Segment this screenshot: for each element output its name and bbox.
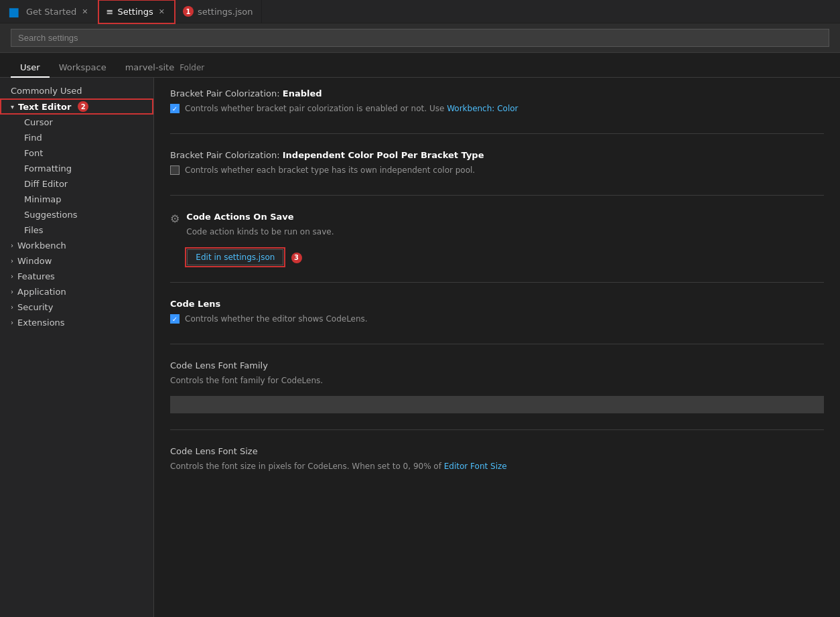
- setting-title: Code Lens Font Size: [170, 446, 824, 456]
- setting-description: Controls the font size in pixels for Cod…: [170, 460, 824, 472]
- setting-bracket-pair-enabled: Bracket Pair Colorization: Enabled Contr…: [170, 88, 824, 134]
- setting-code-actions-on-save: ⚙ Code Actions On Save Code action kinds…: [170, 212, 824, 283]
- sidebar-item-files[interactable]: Files: [0, 222, 153, 238]
- chevron-right-icon: ›: [11, 319, 13, 326]
- code-actions-badge: 3: [291, 253, 302, 263]
- chevron-down-icon: ▾: [11, 103, 14, 111]
- setting-code-lens-font-family: Code Lens Font Family Controls the font …: [170, 360, 824, 430]
- sidebar: Commonly Used ▾ Text Editor 2 Cursor Fin…: [0, 78, 154, 617]
- vscode-icon: ■: [8, 5, 19, 19]
- setting-title: Code Actions On Save: [186, 212, 824, 222]
- setting-title: Code Lens Font Family: [170, 360, 824, 370]
- close-icon[interactable]: ✕: [157, 6, 166, 17]
- tab-badge: 1: [183, 6, 194, 17]
- setting-title: Bracket Pair Colorization: Independent C…: [170, 150, 824, 160]
- checkbox-bracket-independent[interactable]: [170, 165, 180, 175]
- edit-in-settings-json-button[interactable]: Edit in settings.json: [187, 249, 283, 265]
- tab-label: Settings: [117, 7, 153, 17]
- setting-code-lens: Code Lens Controls whether the editor sh…: [170, 299, 824, 344]
- sidebar-item-font[interactable]: Font: [0, 145, 153, 161]
- chevron-right-icon: ›: [11, 273, 13, 280]
- settings-content: Bracket Pair Colorization: Enabled Contr…: [154, 78, 840, 617]
- sidebar-item-application[interactable]: › Application: [0, 284, 153, 299]
- close-icon[interactable]: ✕: [80, 6, 89, 17]
- tab-label: settings.json: [198, 7, 253, 17]
- tab-user[interactable]: User: [11, 58, 50, 78]
- sidebar-item-features[interactable]: › Features: [0, 269, 153, 284]
- tab-bar: ■ Get Started ✕ ≡ Settings ✕ 1 settings.…: [0, 0, 840, 23]
- code-lens-font-family-input[interactable]: [170, 396, 824, 413]
- setting-title: Bracket Pair Colorization: Enabled: [170, 88, 824, 98]
- tab-label: Get Started: [26, 7, 76, 17]
- code-actions-body: Code Actions On Save Code action kinds t…: [186, 212, 824, 266]
- search-input[interactable]: [11, 29, 829, 47]
- main-content: Commonly Used ▾ Text Editor 2 Cursor Fin…: [0, 78, 840, 617]
- sidebar-item-label: Text Editor: [18, 102, 71, 112]
- checkbox-bracket-enabled[interactable]: [170, 104, 180, 113]
- gear-icon[interactable]: ⚙: [170, 212, 180, 225]
- tab-folder[interactable]: marvel-site Folder: [116, 58, 214, 78]
- sidebar-item-suggestions[interactable]: Suggestions: [0, 207, 153, 222]
- sidebar-item-window[interactable]: › Window: [0, 253, 153, 269]
- code-actions-header: ⚙ Code Actions On Save Code action kinds…: [170, 212, 824, 266]
- chevron-right-icon: ›: [11, 288, 13, 295]
- edit-json-btn-container: Edit in settings.json: [186, 249, 284, 266]
- sidebar-item-cursor[interactable]: Cursor: [0, 115, 153, 130]
- tab-get-started[interactable]: ■ Get Started ✕: [0, 0, 98, 23]
- sidebar-item-text-editor[interactable]: ▾ Text Editor 2: [0, 98, 153, 115]
- checkbox-row: Controls whether the editor shows CodeLe…: [170, 313, 824, 325]
- setting-code-lens-font-size: Code Lens Font Size Controls the font si…: [170, 446, 824, 494]
- text-editor-badge: 2: [78, 101, 88, 112]
- sidebar-item-formatting[interactable]: Formatting: [0, 161, 153, 176]
- sidebar-item-find[interactable]: Find: [0, 130, 153, 145]
- chevron-right-icon: ›: [11, 242, 13, 249]
- setting-title: Code Lens: [170, 299, 824, 309]
- search-bar: [0, 23, 840, 53]
- editor-font-size-link[interactable]: Editor Font Size: [444, 462, 507, 471]
- sidebar-item-label: Commonly Used: [11, 86, 82, 96]
- checkbox-row: Controls whether bracket pair colorizati…: [170, 102, 824, 115]
- workbench-color-link[interactable]: Workbench: Color: [447, 104, 518, 113]
- setting-description: Code action kinds to be run on save.: [186, 226, 824, 238]
- setting-description: Controls whether the editor shows CodeLe…: [185, 313, 368, 325]
- setting-description: Controls whether bracket pair colorizati…: [185, 102, 518, 115]
- setting-description: Controls the font family for CodeLens.: [170, 374, 824, 387]
- setting-description: Controls whether each bracket type has i…: [185, 164, 475, 176]
- tab-settings-json[interactable]: 1 settings.json: [175, 0, 262, 23]
- settings-icon: ≡: [107, 7, 114, 17]
- sidebar-item-security[interactable]: › Security: [0, 299, 153, 315]
- sidebar-item-extensions[interactable]: › Extensions: [0, 315, 153, 330]
- setting-bracket-pair-independent: Bracket Pair Colorization: Independent C…: [170, 150, 824, 196]
- sidebar-item-commonly-used[interactable]: Commonly Used: [0, 83, 153, 98]
- tab-workspace[interactable]: Workspace: [50, 58, 116, 78]
- tab-settings[interactable]: ≡ Settings ✕: [98, 0, 175, 23]
- checkbox-code-lens[interactable]: [170, 314, 180, 324]
- settings-tabs: User Workspace marvel-site Folder: [0, 53, 840, 78]
- chevron-right-icon: ›: [11, 257, 13, 265]
- chevron-right-icon: ›: [11, 303, 13, 311]
- sidebar-item-minimap[interactable]: Minimap: [0, 192, 153, 207]
- sidebar-item-diff-editor[interactable]: Diff Editor: [0, 176, 153, 192]
- checkbox-row: Controls whether each bracket type has i…: [170, 164, 824, 176]
- folder-label: Folder: [177, 63, 204, 72]
- sidebar-item-workbench[interactable]: › Workbench: [0, 238, 153, 253]
